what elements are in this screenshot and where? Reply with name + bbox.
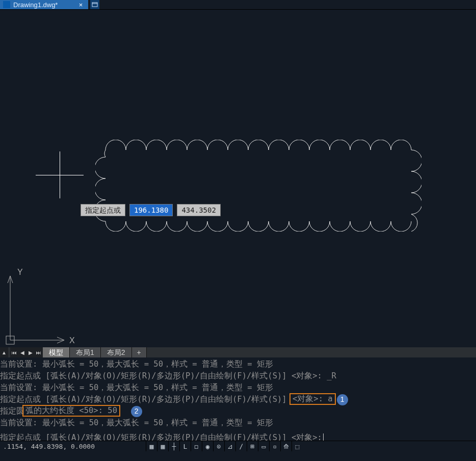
document-name: Drawing1.dwg* (13, 1, 58, 9)
svg-text:X: X (69, 336, 75, 345)
cmd-line: 指定起点或 [弧长(A)/对象(O)/矩形(R)/多边形(P)/自由绘制(F)/… (0, 370, 476, 382)
tab-add[interactable]: + (132, 347, 147, 357)
svg-line-3 (8, 276, 10, 283)
layout-tab-bar: ▲ ⏮ ◀ ▶ ⏭ 模型 布局1 布局2 + (0, 347, 476, 357)
svg-line-4 (10, 276, 13, 283)
ortho-icon[interactable]: ┼ (168, 441, 179, 451)
grid-icon[interactable]: ▦ (146, 441, 157, 451)
3dosnap-icon[interactable]: ◉ (202, 441, 213, 451)
dyn-icon[interactable]: ∕ (235, 441, 247, 451)
tab-nav-last[interactable]: ⏭ (35, 347, 43, 357)
ucs-icon: Y X (4, 266, 81, 347)
command-prompt[interactable]: 指定起点或 [弧长(A)/对象(O)/矩形(R)/多边形(P)/自由绘制(F)/… (0, 432, 476, 441)
text-cursor (323, 433, 324, 441)
crosshair-vertical (60, 151, 60, 198)
am-icon[interactable]: ⬚ (292, 441, 303, 451)
document-tab-bar: Drawing1.dwg* × (0, 0, 476, 9)
layout-scroll-up[interactable]: ▲ (0, 347, 8, 357)
svg-text:Y: Y (17, 268, 23, 276)
polar-icon[interactable]: L (179, 441, 191, 451)
ducs-icon[interactable]: ⊿ (224, 441, 235, 451)
svg-line-8 (57, 340, 64, 343)
annotation-badge-2: 2 (131, 406, 142, 417)
svg-line-7 (57, 337, 64, 340)
cmd-line: 指定圆弧的大约长度 <50>: 50 2 (0, 405, 476, 417)
close-tab-button[interactable]: × (76, 0, 85, 9)
new-tab-button[interactable] (90, 0, 99, 9)
cloud-revision-shape (95, 140, 421, 232)
svg-rect-0 (92, 3, 97, 7)
drawing-viewport[interactable]: 指定起点或 196.1380 434.3502 Y X (0, 9, 476, 347)
tab-model[interactable]: 模型 (43, 347, 70, 357)
tab-layout1[interactable]: 布局1 (70, 347, 101, 357)
command-history: 当前设置: 最小弧长 = 50，最大弧长 = 50，样式 = 普通，类型 = 矩… (0, 357, 476, 441)
tab-layout2[interactable]: 布局2 (101, 347, 132, 357)
osnap-icon[interactable]: ◻ (191, 441, 202, 451)
callout-2: 弧的大约长度 <50>: 50 (22, 405, 120, 417)
tab-nav-first[interactable]: ⏮ (10, 347, 18, 357)
qp-icon[interactable]: ▫ (269, 441, 280, 451)
cursor-coordinates: .1154, 449.8398, 0.0000 (0, 443, 98, 450)
dynamic-input: 指定起点或 196.1380 434.3502 (81, 204, 221, 216)
cmd-line: 当前设置: 最小弧长 = 50，最大弧长 = 50，样式 = 普通，类型 = 矩… (0, 358, 476, 370)
document-tab[interactable]: Drawing1.dwg* × (0, 0, 88, 9)
lwt-icon[interactable]: ⊞ (247, 441, 258, 451)
cmd-line: 当前设置: 最小弧长 = 50，最大弧长 = 50，样式 = 普通，类型 = 矩… (0, 382, 476, 394)
status-bar: .1154, 449.8398, 0.0000 ▦ ▦ ┼ L ◻ ◉ ⊙ ⊿ … (0, 441, 476, 451)
tab-nav-next[interactable]: ▶ (27, 347, 35, 357)
new-tab-icon (92, 2, 98, 7)
dynamic-x-value[interactable]: 196.1380 (129, 204, 173, 216)
dynamic-prompt: 指定起点或 (81, 204, 125, 216)
dwg-icon (3, 1, 10, 8)
snap-icon[interactable]: ▦ (157, 441, 168, 451)
cmd-line: 指定起点或 [弧长(A)/对象(O)/矩形(R)/多边形(P)/自由绘制(F)/… (0, 394, 476, 405)
transparency-icon[interactable]: ▭ (258, 441, 269, 451)
sc-icon[interactable]: ⟰ (280, 441, 292, 451)
annotation-badge-1: 1 (337, 394, 348, 405)
callout-1: <对象>: a (289, 393, 336, 405)
otrack-icon[interactable]: ⊙ (213, 441, 224, 451)
tab-nav-prev[interactable]: ◀ (18, 347, 27, 357)
status-toggle-icons: ▦ ▦ ┼ L ◻ ◉ ⊙ ⊿ ∕ ⊞ ▭ ▫ ⟰ ⬚ (146, 441, 303, 451)
cmd-line: 当前设置: 最小弧长 = 50，最大弧长 = 50，样式 = 普通，类型 = 矩… (0, 417, 476, 429)
dynamic-y-value[interactable]: 434.3502 (177, 204, 220, 216)
